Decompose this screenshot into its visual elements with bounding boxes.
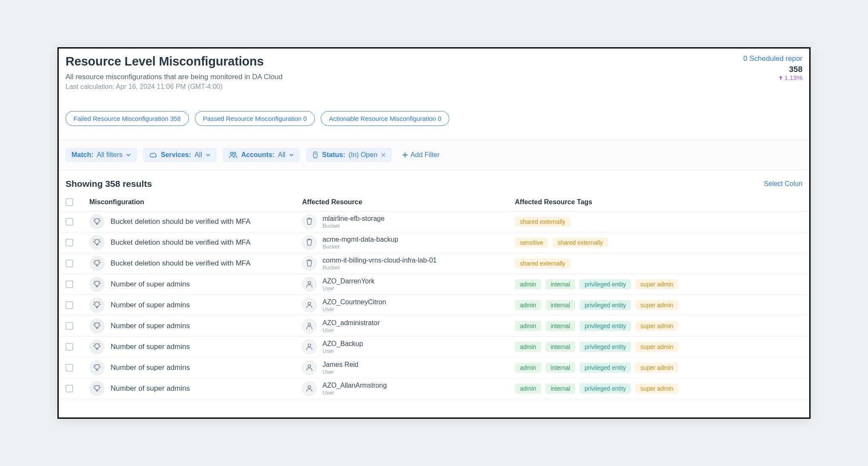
- tag-super-admin[interactable]: super admin: [635, 363, 678, 373]
- resource-cell: AZO_CourtneyCitronUser: [302, 298, 515, 312]
- tag-privileged-entity[interactable]: privileged entity: [580, 321, 631, 331]
- tag-admin[interactable]: admin: [515, 321, 541, 331]
- filter-status[interactable]: Status: (In) Open: [306, 148, 392, 162]
- tag-shared-externally[interactable]: shared externally: [515, 258, 571, 269]
- user-icon: [302, 298, 317, 312]
- tag-admin[interactable]: admin: [515, 342, 541, 352]
- row-checkbox[interactable]: [66, 364, 73, 372]
- table-row[interactable]: Number of super adminsJames ReidUseradmi…: [59, 357, 809, 378]
- pill-actionable[interactable]: Actionable Resource Misconfiguration 0: [321, 111, 449, 126]
- resource-cell: AZO_DarrenYorkUser: [302, 277, 515, 292]
- tag-internal[interactable]: internal: [545, 300, 575, 310]
- arrow-up-icon: [778, 75, 783, 80]
- tag-privileged-entity[interactable]: privileged entity: [580, 363, 631, 373]
- resource-type: Bucket: [323, 264, 437, 271]
- row-checkbox[interactable]: [66, 239, 73, 246]
- th-tags[interactable]: Affected Resource Tags: [515, 198, 802, 206]
- row-checkbox[interactable]: [66, 218, 73, 226]
- table-row[interactable]: Number of super adminsAZO_BackupUseradmi…: [59, 337, 809, 357]
- tag-privileged-entity[interactable]: privileged entity: [580, 279, 631, 289]
- misconfig-cell: Number of super admins: [89, 381, 302, 396]
- resource-text: AZO_BackupUser: [323, 340, 363, 354]
- table-row[interactable]: Bucket deletion should be verified with …: [59, 232, 809, 253]
- th-misconfig[interactable]: Misconfiguration: [89, 198, 302, 206]
- header: Resource Level Misconfigurations All res…: [59, 49, 809, 99]
- tag-admin[interactable]: admin: [515, 383, 541, 394]
- table-row[interactable]: Number of super adminsAZO_DarrenYorkUser…: [59, 274, 809, 295]
- tag-internal[interactable]: internal: [545, 342, 575, 352]
- lightbulb-icon: [89, 297, 105, 313]
- table-row[interactable]: Bucket deletion should be verified with …: [59, 212, 809, 232]
- results-table: Misconfiguration Affected Resource Affec…: [59, 193, 809, 399]
- resource-text: AZO_administratorUser: [323, 319, 380, 333]
- select-columns-link[interactable]: Select Colun: [764, 180, 802, 188]
- resource-type: User: [323, 285, 374, 292]
- filter-accounts[interactable]: Accounts: All: [223, 148, 300, 162]
- tag-super-admin[interactable]: super admin: [635, 342, 678, 352]
- table-row[interactable]: Number of super adminsAZO_CourtneyCitron…: [59, 295, 809, 316]
- svg-point-0: [231, 152, 233, 154]
- row-checkbox[interactable]: [66, 301, 73, 309]
- tag-admin[interactable]: admin: [515, 300, 541, 310]
- tag-internal[interactable]: internal: [545, 363, 575, 373]
- tags-cell: sensitiveshared externally: [515, 237, 802, 248]
- lightbulb-icon: [89, 277, 105, 292]
- row-checkbox[interactable]: [66, 343, 73, 351]
- tags-cell: admininternalprivileged entitysuper admi…: [515, 383, 802, 394]
- misconfig-cell: Number of super admins: [89, 277, 302, 292]
- filter-match-value: All filters: [97, 151, 123, 159]
- tag-privileged-entity[interactable]: privileged entity: [580, 383, 631, 394]
- row-checkbox[interactable]: [66, 322, 73, 330]
- table-body: Bucket deletion should be verified with …: [59, 212, 809, 399]
- user-icon: [302, 381, 317, 396]
- resource-name: AZO_CourtneyCitron: [323, 298, 386, 306]
- close-icon[interactable]: [381, 152, 386, 157]
- table-row[interactable]: Number of super adminsAZO_administratorU…: [59, 316, 809, 337]
- add-filter-button[interactable]: Add Filter: [398, 148, 444, 162]
- select-all-checkbox[interactable]: [66, 198, 73, 206]
- misconfig-cell: Bucket deletion should be verified with …: [89, 256, 302, 271]
- th-resource[interactable]: Affected Resource: [302, 198, 515, 206]
- row-checkbox[interactable]: [66, 280, 73, 288]
- svg-point-1: [234, 152, 236, 154]
- tag-privileged-entity[interactable]: privileged entity: [580, 342, 631, 352]
- tag-shared-externally[interactable]: shared externally: [515, 217, 571, 227]
- add-filter-label: Add Filter: [411, 151, 440, 159]
- filter-services[interactable]: Services: All: [143, 148, 217, 162]
- tag-internal[interactable]: internal: [545, 279, 575, 289]
- status-icon: [312, 151, 319, 159]
- pill-passed[interactable]: Passed Resource Misconfiguration 0: [195, 111, 315, 126]
- tag-internal[interactable]: internal: [545, 383, 575, 394]
- scheduled-reports-link[interactable]: 0 Scheduled repor: [743, 54, 802, 63]
- tag-admin[interactable]: admin: [515, 279, 541, 289]
- misconfig-text: Bucket deletion should be verified with …: [111, 217, 251, 226]
- table-row[interactable]: Bucket deletion should be verified with …: [59, 253, 809, 274]
- filter-match[interactable]: Match: All filters: [66, 148, 137, 162]
- pill-failed[interactable]: Failed Resource Misconfiguration 358: [66, 111, 189, 126]
- metric-count: 358: [743, 65, 802, 74]
- resource-cell: acme-mgmt-data-backupBucket: [302, 235, 515, 250]
- row-checkbox[interactable]: [66, 385, 73, 392]
- row-checkbox-cell: [66, 343, 89, 351]
- tag-shared-externally[interactable]: shared externally: [552, 237, 608, 248]
- last-calculation: Last calculation: Apr 16, 2024 11:06 PM …: [66, 83, 283, 91]
- tag-internal[interactable]: internal: [545, 321, 575, 331]
- tag-super-admin[interactable]: super admin: [635, 321, 678, 331]
- resource-type: Bucket: [323, 243, 398, 250]
- tag-super-admin[interactable]: super admin: [635, 279, 678, 289]
- tag-sensitive[interactable]: sensitive: [515, 237, 548, 248]
- table-row[interactable]: Number of super adminsAZO_AllanArmstrong…: [59, 378, 809, 399]
- resource-cell: AZO_BackupUser: [302, 340, 515, 354]
- tag-super-admin[interactable]: super admin: [635, 383, 678, 394]
- misconfig-text: Bucket deletion should be verified with …: [111, 238, 251, 247]
- row-checkbox[interactable]: [66, 260, 73, 267]
- filters-bar: Match: All filters Services: All Account…: [59, 140, 809, 170]
- tag-privileged-entity[interactable]: privileged entity: [580, 300, 631, 310]
- misconfig-cell: Bucket deletion should be verified with …: [89, 235, 302, 250]
- misconfig-cell: Bucket deletion should be verified with …: [89, 214, 302, 229]
- status-pills: Failed Resource Misconfiguration 358 Pas…: [59, 111, 809, 136]
- tag-super-admin[interactable]: super admin: [635, 300, 678, 310]
- resource-text: acme-mgmt-data-backupBucket: [323, 236, 398, 250]
- tag-admin[interactable]: admin: [515, 363, 541, 373]
- resource-text: James ReidUser: [323, 361, 358, 375]
